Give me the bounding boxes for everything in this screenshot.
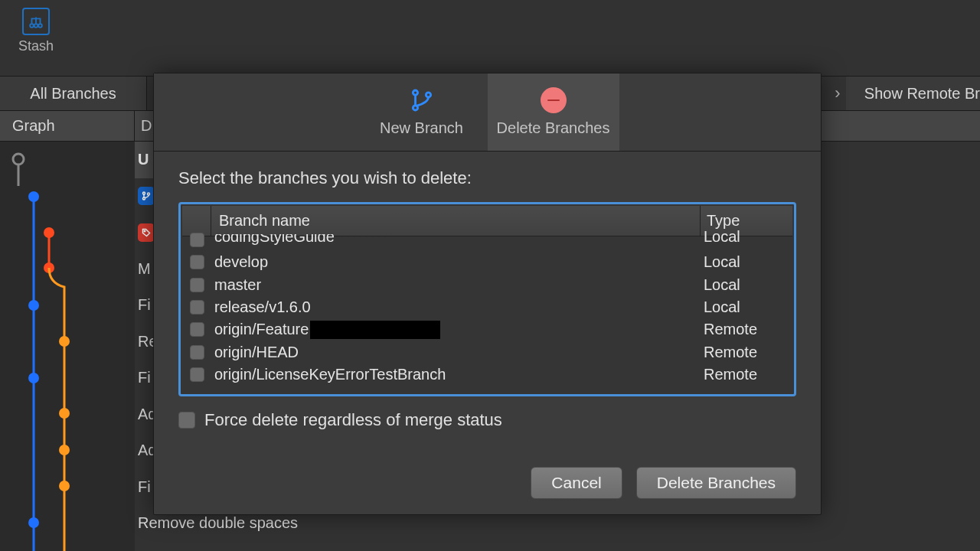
cancel-button[interactable]: Cancel: [531, 467, 622, 499]
branch-type: Local: [701, 253, 792, 271]
stash-icon: [22, 8, 50, 35]
branch-row[interactable]: origin/HEADRemote: [182, 341, 792, 363]
branch-name: develop: [211, 253, 701, 271]
svg-point-3: [13, 154, 24, 165]
tag-badge-icon: [138, 223, 155, 242]
dialog-instruction: Select the branches you wish to delete:: [178, 168, 796, 188]
force-delete-checkbox[interactable]: [178, 412, 195, 429]
branch-checkbox[interactable]: [190, 255, 204, 269]
svg-point-2: [38, 24, 42, 28]
force-delete-label: Force delete regardless of merge status: [204, 410, 502, 430]
branch-name: codingStyleGuide: [211, 234, 701, 246]
branch-row[interactable]: developLocal: [182, 251, 792, 273]
svg-point-23: [426, 93, 430, 97]
stash-button[interactable]: Stash: [18, 8, 54, 54]
branch-name: origin/LicenseKeyErrorTestBranch: [211, 366, 701, 383]
branch-icon: [409, 87, 435, 113]
branch-badge-icon: [138, 187, 155, 205]
description-column-header[interactable]: D: [135, 111, 152, 141]
svg-point-11: [44, 227, 54, 238]
tab-new-branch[interactable]: New Branch: [356, 73, 488, 151]
graph-column-header[interactable]: Graph: [0, 111, 135, 141]
delete-icon: [541, 87, 567, 113]
stash-label: Stash: [18, 38, 54, 54]
svg-point-22: [413, 106, 417, 110]
branch-checkbox[interactable]: [190, 233, 204, 247]
branch-table[interactable]: Branch name Type codingStyleGuideLocalde…: [178, 202, 796, 396]
svg-point-1: [34, 24, 38, 28]
svg-point-9: [28, 517, 39, 528]
svg-point-16: [59, 481, 70, 491]
branch-row[interactable]: codingStyleGuideLocal: [182, 229, 792, 251]
branch-row[interactable]: release/v1.6.0Local: [182, 296, 792, 318]
commit-message: Remove double spaces: [138, 514, 298, 532]
svg-point-20: [144, 230, 145, 232]
redacted-text: [310, 321, 440, 339]
svg-point-21: [413, 90, 417, 95]
branch-type: Remote: [701, 321, 792, 338]
commit-message: Fi: [138, 369, 151, 386]
branch-name: origin/Feature: [211, 321, 701, 339]
branch-row[interactable]: origin/LicenseKeyErrorTestBranchRemote: [182, 364, 792, 386]
commit-graph: [0, 142, 135, 551]
commit-message: M: [138, 260, 151, 278]
branch-type: Local: [701, 276, 792, 294]
svg-point-6: [28, 191, 39, 202]
svg-point-14: [59, 408, 70, 419]
branch-row[interactable]: origin/FeatureRemote: [182, 318, 792, 341]
svg-point-7: [28, 300, 39, 311]
tab-delete-branches-label: Delete Branches: [497, 119, 610, 137]
branch-name: master: [211, 276, 701, 294]
commit-message: Fi: [138, 478, 151, 496]
all-branches-dropdown[interactable]: All Branches: [0, 77, 147, 110]
main-toolbar: Stash: [0, 0, 980, 77]
dialog-tabs: New Branch Delete Branches: [154, 73, 821, 152]
delete-branches-button[interactable]: Delete Branches: [636, 467, 796, 499]
branch-checkbox[interactable]: [190, 278, 204, 292]
svg-point-0: [30, 24, 34, 28]
svg-point-19: [148, 193, 150, 195]
commit-message: U: [138, 151, 149, 168]
tab-new-branch-label: New Branch: [380, 119, 463, 137]
branch-type: Local: [701, 229, 792, 246]
svg-point-8: [28, 373, 39, 383]
delete-branches-dialog: New Branch Delete Branches Select the br…: [153, 73, 822, 515]
branch-name: origin/HEAD: [211, 344, 701, 361]
svg-point-13: [59, 336, 70, 347]
tab-delete-branches[interactable]: Delete Branches: [488, 73, 619, 151]
branch-type: Remote: [701, 366, 792, 383]
branch-checkbox[interactable]: [190, 300, 204, 315]
branch-checkbox[interactable]: [190, 345, 204, 360]
svg-point-17: [143, 192, 145, 194]
branch-name: release/v1.6.0: [211, 298, 701, 316]
branch-checkbox[interactable]: [190, 367, 204, 382]
branch-type: Local: [701, 298, 792, 316]
branch-row[interactable]: masterLocal: [182, 274, 792, 296]
commit-message: Fi: [138, 296, 151, 314]
svg-point-15: [59, 445, 70, 455]
branch-checkbox[interactable]: [190, 322, 204, 337]
branch-type: Remote: [701, 344, 792, 361]
force-delete-option[interactable]: Force delete regardless of merge status: [178, 410, 796, 430]
show-remote-toggle[interactable]: Show Remote Br: [846, 77, 980, 110]
chevron-right-icon[interactable]: ›: [829, 83, 846, 103]
